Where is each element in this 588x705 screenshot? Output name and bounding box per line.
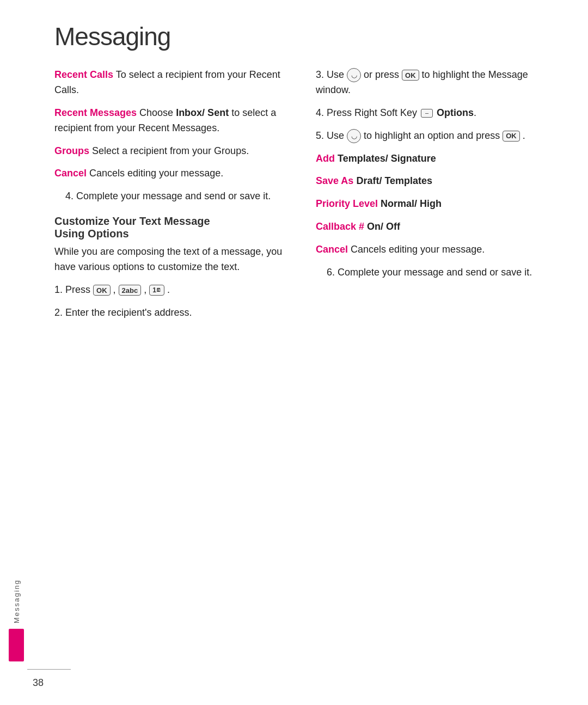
recent-messages-label: Recent Messages [54, 107, 137, 118]
step1-comma2: , [144, 284, 149, 295]
step5-mid: to highlight an option and press [364, 130, 503, 141]
cancel-label-left: Cancel [54, 168, 87, 179]
add-label: Add [316, 153, 335, 164]
two-abc-key[interactable]: 2abc [119, 285, 142, 296]
soft-key-icon [421, 109, 433, 118]
step4-bold: Options. [437, 107, 476, 118]
callback-para: Callback # On/ Off [316, 219, 555, 235]
divider-line [27, 669, 71, 670]
cancel-right-label: Cancel [316, 244, 348, 255]
sidebar: Messaging [0, 0, 33, 705]
sidebar-bar [9, 629, 24, 661]
add-para: Add Templates/ Signature [316, 151, 555, 167]
one-key[interactable]: 1 🗓 [149, 285, 164, 296]
left-column: Recent Calls To select a recipient from … [54, 68, 294, 683]
sidebar-label: Messaging [13, 579, 21, 623]
step1-pre: 1. Press [54, 284, 93, 295]
step5-pre: 5. Use [316, 130, 347, 141]
saveas-text: Draft/ Templates [353, 175, 432, 186]
step1-para: 1. Press OK , 2abc , 1 🗓 . [54, 283, 294, 298]
cancel-right-para: Cancel Cancels editing your message. [316, 242, 555, 258]
section-heading: Customize Your Text Message Using Option… [54, 215, 294, 240]
right-column: 3. Use ◡ or press OK to highlight the Me… [316, 68, 555, 683]
cancel-right-text: Cancels editing your message. [348, 244, 485, 255]
step3-para: 3. Use ◡ or press OK to highlight the Me… [316, 68, 555, 98]
cancel-para: Cancel Cancels editing your message. [54, 166, 294, 181]
priority-label: Priority Level [316, 198, 378, 209]
step4-pre: 4. Press Right Soft Key [316, 107, 420, 118]
step3-mid: or press [364, 69, 402, 80]
groups-text: Select a recipient from your Groups. [89, 145, 249, 156]
section-heading-line1: Customize Your Text Message [54, 215, 210, 227]
step5-post: . [523, 130, 525, 141]
priority-text: Normal/ High [378, 198, 442, 209]
step1-comma1: , [113, 284, 119, 295]
step6-para: 6. Complete your message and send or sav… [327, 265, 555, 280]
callback-text: On/ Off [364, 221, 400, 232]
recent-messages-para: Recent Messages Choose Inbox/ Sent to se… [54, 106, 294, 136]
cancel-text-left: Cancels editing your message. [87, 168, 223, 179]
page: Messaging Messaging Recent Calls To sele… [0, 0, 588, 705]
step4-para: 4. Press Right Soft Key Options. [316, 106, 555, 121]
groups-para: Groups Select a recipient from your Grou… [54, 144, 294, 159]
content-columns: Recent Calls To select a recipient from … [54, 68, 555, 683]
saveas-label: Save As [316, 175, 353, 186]
callback-label: Callback # [316, 221, 364, 232]
page-title: Messaging [54, 22, 555, 51]
inbox-sent-label: Inbox/ Sent [176, 107, 229, 118]
saveas-para: Save As Draft/ Templates [316, 174, 555, 189]
recent-calls-label: Recent Calls [54, 69, 113, 80]
recent-calls-para: Recent Calls To select a recipient from … [54, 68, 294, 98]
section-heading-line2: Using Options [54, 228, 129, 240]
priority-para: Priority Level Normal/ High [316, 197, 555, 212]
step3-pre: 3. Use [316, 69, 347, 80]
step5-para: 5. Use ◡ to highlight an option and pres… [316, 128, 555, 144]
ok-key-5[interactable]: OK [503, 131, 520, 142]
nav-key-5[interactable]: ◡ [347, 129, 361, 143]
page-number: 38 [33, 677, 44, 689]
ok-key-1[interactable]: OK [93, 285, 111, 296]
step2-para: 2. Enter the recipient's address. [54, 305, 294, 321]
main-content: Messaging Recent Calls To select a recip… [33, 0, 588, 705]
step1-post: . [167, 284, 170, 295]
ok-key-3[interactable]: OK [402, 70, 419, 81]
nav-key-3[interactable]: ◡ [347, 68, 361, 82]
step4-left: 4. Complete your message and send or sav… [65, 189, 294, 204]
add-text: Templates/ Signature [335, 153, 436, 164]
groups-label: Groups [54, 145, 89, 156]
body-text: While you are composing the text of a me… [54, 244, 294, 275]
